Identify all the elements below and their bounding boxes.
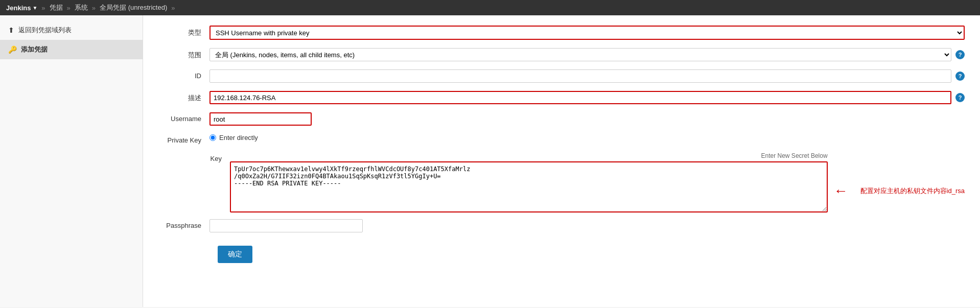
nav-sep-3: » — [92, 4, 96, 12]
jenkins-nav-link[interactable]: Jenkins ▼ — [6, 4, 37, 12]
sidebar-item-back[interactable]: ⬆ 返回到凭据域列表 — [0, 20, 143, 40]
username-label: Username — [158, 112, 209, 123]
private-key-control-wrap: Enter directly — [209, 134, 965, 141]
key-textarea[interactable] — [230, 161, 828, 212]
key-hint: Enter New Secret Below — [230, 152, 828, 159]
nav-sep-1: » — [41, 4, 45, 12]
passphrase-row: Passphrase — [158, 219, 965, 232]
id-label: ID — [158, 69, 209, 80]
passphrase-control-wrap — [209, 219, 965, 232]
sidebar-add-label: 添加凭据 — [21, 45, 48, 54]
nav-sep-2: » — [67, 4, 71, 12]
type-label: 类型 — [158, 26, 209, 37]
key-icon: 🔑 — [8, 45, 17, 54]
main-content: 类型 SSH Username with private key 范围 全局 (… — [143, 15, 980, 307]
username-control-wrap — [209, 112, 965, 126]
layout: ⬆ 返回到凭据域列表 🔑 添加凭据 类型 SSH Username with p… — [0, 15, 980, 307]
type-select[interactable]: SSH Username with private key — [209, 26, 965, 40]
scope-help-icon[interactable]: ? — [955, 50, 965, 59]
annotation-arrow-icon: ← — [834, 183, 848, 199]
annotation-wrap: ← 配置对应主机的私钥文件内容id_rsa — [834, 183, 965, 199]
scope-row: 范围 全局 (Jenkins, nodes, items, all child … — [158, 48, 965, 61]
sys-nav-link[interactable]: 系统 — [75, 3, 88, 12]
id-row: ID ? — [158, 69, 965, 83]
description-label: 描述 — [158, 91, 209, 103]
key-sub-label: Key — [158, 152, 230, 162]
global-nav-link[interactable]: 全局凭据 (unrestricted) — [100, 3, 167, 12]
description-row: 描述 ? — [158, 91, 965, 104]
id-input[interactable] — [209, 69, 951, 83]
back-icon: ⬆ — [8, 26, 14, 34]
button-row: 确定 — [158, 241, 965, 263]
confirm-button[interactable]: 确定 — [218, 246, 252, 263]
private-key-row: Private Key Enter directly — [158, 134, 965, 144]
type-row: 类型 SSH Username with private key — [158, 26, 965, 40]
radio-row: Enter directly — [209, 134, 258, 141]
key-row: Key Enter New Secret Below ← 配置对应主机的私钥文件… — [158, 152, 965, 214]
top-nav: Jenkins ▼ » 凭据 » 系统 » 全局凭据 (unrestricted… — [0, 0, 980, 15]
description-help-icon[interactable]: ? — [955, 93, 965, 102]
username-input[interactable] — [209, 112, 312, 126]
nav-sep-4: » — [171, 4, 175, 12]
jenkins-label: Jenkins — [6, 4, 31, 12]
scope-label: 范围 — [158, 48, 209, 60]
description-control-wrap: ? — [209, 91, 965, 104]
cred-nav-link[interactable]: 凭据 — [50, 3, 63, 12]
private-key-label: Private Key — [158, 134, 209, 144]
key-wrap: Enter New Secret Below — [230, 152, 828, 214]
enter-directly-radio[interactable] — [209, 134, 216, 141]
enter-directly-label: Enter directly — [219, 134, 258, 141]
passphrase-label: Passphrase — [158, 219, 209, 229]
sidebar-item-add[interactable]: 🔑 添加凭据 — [0, 40, 143, 59]
id-help-icon[interactable]: ? — [955, 72, 965, 81]
username-row: Username — [158, 112, 965, 126]
id-control-wrap: ? — [209, 69, 965, 83]
sidebar: ⬆ 返回到凭据域列表 🔑 添加凭据 — [0, 15, 143, 307]
scope-control-wrap: 全局 (Jenkins, nodes, items, all child ite… — [209, 48, 965, 61]
passphrase-input[interactable] — [209, 219, 363, 232]
jenkins-dropdown-arrow: ▼ — [32, 5, 37, 11]
description-input[interactable] — [209, 91, 951, 104]
sidebar-back-label: 返回到凭据域列表 — [18, 26, 72, 35]
type-input-wrap: SSH Username with private key — [209, 26, 965, 40]
scope-select[interactable]: 全局 (Jenkins, nodes, items, all child ite… — [209, 48, 951, 61]
annotation-text: 配置对应主机的私钥文件内容id_rsa — [860, 186, 965, 196]
textarea-container — [230, 161, 828, 214]
